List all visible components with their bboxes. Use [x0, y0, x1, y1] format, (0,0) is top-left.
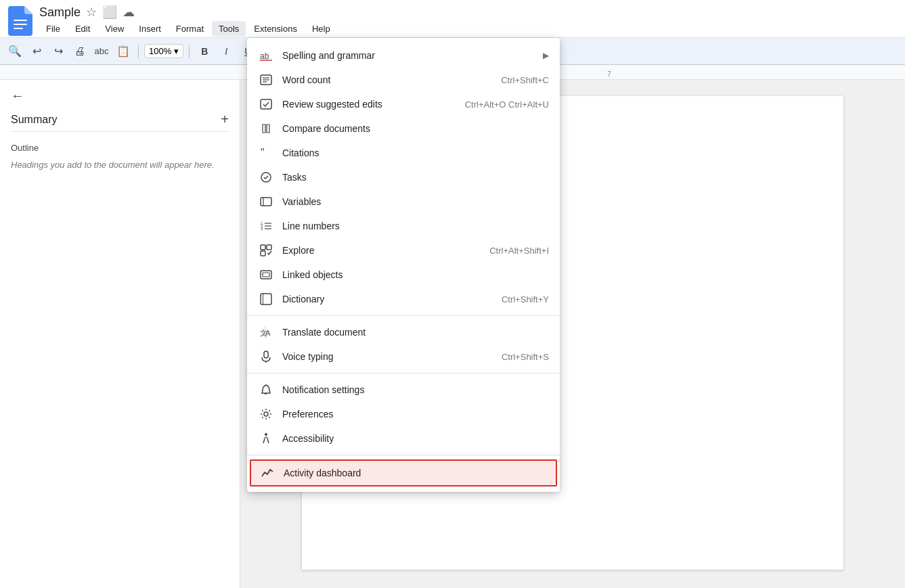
- line-numbers-label: Line numbers: [282, 221, 549, 231]
- menu-extensions[interactable]: Extensions: [247, 21, 304, 37]
- dictionary-label: Dictionary: [282, 294, 502, 304]
- menu-insert[interactable]: Insert: [132, 21, 168, 37]
- menu-overlay: ab Spelling and grammar ▶ Word count Ctr…: [0, 38, 905, 588]
- svg-rect-11: [261, 198, 271, 206]
- dropdown-divider-2: [247, 373, 560, 374]
- citations-icon: ": [258, 145, 274, 161]
- menu-item-compare-docs[interactable]: Compare documents: [247, 116, 560, 141]
- linkedobjects-icon: [258, 267, 274, 283]
- voice-typing-shortcut: Ctrl+Shift+S: [502, 352, 549, 362]
- svg-rect-23: [263, 273, 269, 277]
- variables-icon: [258, 194, 274, 210]
- svg-point-31: [264, 412, 268, 416]
- svg-text:": ": [261, 147, 265, 158]
- svg-rect-29: [264, 351, 268, 358]
- menu-item-word-count[interactable]: Word count Ctrl+Shift+C: [247, 68, 560, 92]
- explore-icon: [258, 242, 274, 258]
- svg-rect-1: [14, 24, 27, 25]
- menu-item-explore[interactable]: Explore Ctrl+Alt+Shift+I: [247, 238, 560, 263]
- menu-item-line-numbers[interactable]: 123 Line numbers: [247, 214, 560, 238]
- svg-text:A: A: [265, 329, 271, 337]
- svg-rect-19: [261, 245, 265, 250]
- word-count-label: Word count: [282, 74, 501, 85]
- cloud-icon[interactable]: ☁: [123, 5, 135, 20]
- tools-dropdown: ab Spelling and grammar ▶ Word count Ctr…: [247, 38, 560, 492]
- svg-text:ab: ab: [260, 51, 269, 61]
- spell-icon: ab: [258, 47, 274, 64]
- dictionary-shortcut: Ctrl+Shift+Y: [502, 294, 549, 304]
- menu-item-tasks[interactable]: Tasks: [247, 165, 560, 189]
- menu-item-notification-settings[interactable]: Notification settings: [247, 378, 560, 402]
- spelling-grammar-label: Spelling and grammar: [282, 50, 543, 61]
- menu-help[interactable]: Help: [305, 21, 337, 37]
- menu-item-dictionary[interactable]: Dictionary Ctrl+Shift+Y: [247, 287, 560, 311]
- notification-icon: [258, 382, 274, 398]
- accessibility-icon: [258, 430, 274, 447]
- word-count-shortcut: Ctrl+Shift+C: [501, 75, 549, 85]
- svg-rect-25: [263, 294, 263, 304]
- activity-dashboard-label: Activity dashboard: [284, 468, 548, 478]
- menu-item-spelling-grammar[interactable]: ab Spelling and grammar ▶: [247, 43, 560, 68]
- voicetyping-icon: [258, 348, 274, 365]
- svg-point-32: [265, 433, 267, 436]
- activity-icon: [259, 465, 275, 481]
- translate-icon: 文A: [258, 324, 274, 340]
- spelling-grammar-arrow: ▶: [543, 51, 549, 60]
- review-icon: [258, 96, 274, 112]
- explore-label: Explore: [282, 245, 489, 256]
- citations-label: Citations: [282, 148, 549, 158]
- title-row: Sample ☆ ⬜ ☁: [39, 5, 897, 20]
- review-edits-label: Review suggested edits: [282, 99, 465, 110]
- menu-view[interactable]: View: [98, 21, 131, 37]
- explore-shortcut: Ctrl+Alt+Shift+I: [489, 246, 549, 256]
- menu-item-citations[interactable]: " Citations: [247, 141, 560, 165]
- svg-rect-2: [14, 28, 23, 29]
- translate-label: Translate document: [282, 327, 549, 338]
- review-edits-shortcut: Ctrl+Alt+O Ctrl+Alt+U: [465, 99, 549, 110]
- svg-rect-20: [267, 245, 271, 250]
- svg-text:3: 3: [261, 227, 263, 231]
- accessibility-label: Accessibility: [282, 433, 549, 444]
- svg-rect-24: [261, 294, 271, 304]
- menu-file[interactable]: File: [39, 21, 67, 37]
- title-info: Sample ☆ ⬜ ☁ File Edit View Insert Forma…: [39, 5, 897, 37]
- compare-icon: [258, 120, 274, 137]
- menu-item-voice-typing[interactable]: Voice typing Ctrl+Shift+S: [247, 344, 560, 369]
- menu-item-variables[interactable]: Variables: [247, 189, 560, 214]
- title-bar: Sample ☆ ⬜ ☁ File Edit View Insert Forma…: [0, 0, 905, 38]
- document-title[interactable]: Sample: [39, 5, 81, 20]
- notification-settings-label: Notification settings: [282, 384, 549, 395]
- menu-item-activity-dashboard[interactable]: Activity dashboard: [250, 459, 557, 487]
- dropdown-divider-1: [247, 315, 560, 316]
- menu-tools[interactable]: Tools: [212, 21, 246, 37]
- drive-icon[interactable]: ⬜: [102, 5, 117, 20]
- svg-rect-0: [14, 20, 27, 21]
- star-icon[interactable]: ☆: [86, 5, 97, 20]
- tasks-icon: [258, 169, 274, 185]
- dropdown-divider-3: [247, 455, 560, 455]
- svg-rect-22: [261, 271, 271, 279]
- menu-item-linked-objects[interactable]: Linked objects: [247, 263, 560, 287]
- voice-typing-label: Voice typing: [282, 351, 502, 362]
- linked-objects-label: Linked objects: [282, 269, 549, 280]
- preferences-label: Preferences: [282, 409, 549, 420]
- wordcount-icon: [258, 72, 274, 88]
- svg-rect-8: [261, 99, 271, 109]
- menu-bar: File Edit View Insert Format Tools Exten…: [39, 21, 897, 37]
- menu-format[interactable]: Format: [169, 21, 211, 37]
- tasks-label: Tasks: [282, 172, 549, 183]
- compare-docs-label: Compare documents: [282, 123, 549, 134]
- menu-edit[interactable]: Edit: [68, 21, 97, 37]
- dictionary-icon: [258, 291, 274, 307]
- menu-item-preferences[interactable]: Preferences: [247, 402, 560, 426]
- preferences-icon: [258, 406, 274, 422]
- linenumbers-icon: 123: [258, 218, 274, 234]
- menu-item-translate[interactable]: 文A Translate document: [247, 320, 560, 344]
- variables-label: Variables: [282, 196, 549, 207]
- menu-item-accessibility[interactable]: Accessibility: [247, 426, 560, 451]
- doc-icon: [8, 6, 32, 36]
- svg-rect-21: [261, 251, 265, 256]
- menu-item-review-edits[interactable]: Review suggested edits Ctrl+Alt+O Ctrl+A…: [247, 92, 560, 116]
